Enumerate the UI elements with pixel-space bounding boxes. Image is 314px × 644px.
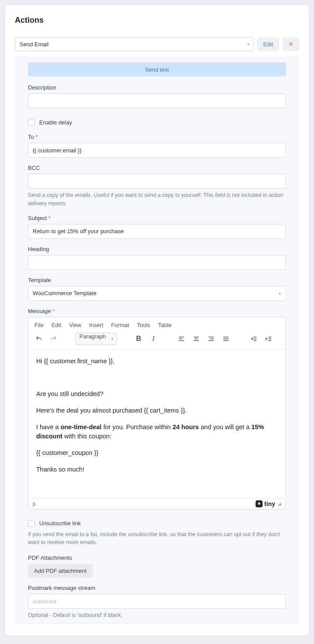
msg-line: I have a one-time-deal for you. Purchase… xyxy=(36,423,278,442)
action-type-select[interactable]: ▾ xyxy=(15,37,254,51)
menu-tools[interactable]: Tools xyxy=(137,322,150,328)
action-type-value[interactable] xyxy=(15,37,254,51)
msg-line: Thanks so much! xyxy=(36,465,278,475)
action-form: Send test Description Enable delay To * … xyxy=(15,56,299,625)
menu-format[interactable]: Format xyxy=(111,322,129,328)
msg-line: Here's the deal you almost purchased {{ … xyxy=(36,406,278,416)
field-pdf: PDF Attachments Add PDF attachment xyxy=(28,554,286,578)
align-left-button[interactable] xyxy=(175,333,188,345)
editor-content[interactable]: Hi {{ customer.first_name }}, Are you st… xyxy=(28,350,286,498)
unsubscribe-help: If you send the email to a list, include… xyxy=(28,530,286,547)
align-left-icon xyxy=(178,335,185,342)
bcc-help: Send a copy of the emails. Useful if you… xyxy=(28,191,286,208)
heading-input[interactable] xyxy=(28,255,286,270)
italic-icon: I xyxy=(152,335,154,343)
menu-table[interactable]: Table xyxy=(158,322,171,328)
redo-button[interactable] xyxy=(48,333,60,345)
unsubscribe-checkbox[interactable] xyxy=(28,520,35,527)
field-postmark: Postmark message stream Optional - Defau… xyxy=(28,585,286,620)
menu-file[interactable]: File xyxy=(34,322,44,328)
to-label: To * xyxy=(28,134,286,140)
msg-line: Are you still undecided? xyxy=(36,389,278,399)
postmark-label: Postmark message stream xyxy=(28,585,286,591)
editor-path: p xyxy=(33,501,36,507)
indent-icon xyxy=(265,335,272,342)
postmark-input[interactable] xyxy=(28,594,286,609)
enable-delay-row[interactable]: Enable delay xyxy=(28,119,286,126)
close-icon: ✕ xyxy=(288,41,294,48)
description-label: Description xyxy=(28,84,286,91)
to-input[interactable] xyxy=(28,143,286,158)
subject-label: Subject * xyxy=(28,215,286,221)
outdent-button[interactable] xyxy=(248,333,260,345)
editor-statusbar: p ✴ tiny ◢ xyxy=(28,498,286,509)
align-justify-icon xyxy=(222,335,229,342)
indent-button[interactable] xyxy=(263,333,275,345)
message-label: Message * xyxy=(28,308,286,314)
add-pdf-button[interactable]: Add PDF attachment xyxy=(28,564,93,578)
align-justify-button[interactable] xyxy=(220,333,232,345)
bcc-input[interactable] xyxy=(28,174,286,189)
editor-toolbar: Paragraph ▾ B I xyxy=(28,331,286,350)
field-to: To * xyxy=(28,134,286,158)
edit-button[interactable]: Edit xyxy=(257,37,279,51)
pdf-label: PDF Attachments xyxy=(28,554,286,561)
outdent-icon xyxy=(250,335,257,342)
heading-label: Heading xyxy=(28,246,286,252)
editor-menubar: File Edit View Insert Format Tools Table xyxy=(28,317,286,331)
italic-button[interactable]: I xyxy=(147,333,160,345)
rich-editor: File Edit View Insert Format Tools Table xyxy=(28,317,286,510)
msg-line: {{ customer_coupon }} xyxy=(36,448,278,458)
align-right-button[interactable] xyxy=(205,333,217,345)
subject-input[interactable] xyxy=(28,224,286,239)
bold-icon: B xyxy=(136,335,141,343)
align-center-icon xyxy=(193,335,200,342)
undo-button[interactable] xyxy=(33,333,45,345)
delete-button[interactable]: ✕ xyxy=(283,37,299,51)
field-bcc: BCC Send a copy of the emails. Useful if… xyxy=(28,165,286,208)
card-title: Actions xyxy=(5,14,309,37)
field-message: Message * File Edit View Insert Format T… xyxy=(28,308,286,510)
field-template: Template ▾ xyxy=(28,277,286,301)
redo-icon xyxy=(50,335,57,342)
bold-button[interactable]: B xyxy=(133,333,145,345)
unsubscribe-label: Unsubscribe link xyxy=(39,520,81,527)
align-right-icon xyxy=(208,335,215,342)
action-top-row: ▾ Edit ✕ xyxy=(5,37,309,56)
template-select[interactable] xyxy=(28,286,286,301)
description-input[interactable] xyxy=(28,93,286,108)
field-description: Description xyxy=(28,84,286,108)
align-center-button[interactable] xyxy=(190,333,202,345)
resize-handle-icon[interactable]: ◢ xyxy=(278,501,281,506)
format-select[interactable]: Paragraph ▾ xyxy=(75,333,117,345)
field-heading: Heading xyxy=(28,246,286,270)
send-test-button[interactable]: Send test xyxy=(28,62,286,76)
tiny-badge-icon: ✴ xyxy=(256,500,263,507)
menu-view[interactable]: View xyxy=(69,322,81,328)
menu-edit[interactable]: Edit xyxy=(51,322,61,328)
bcc-label: BCC xyxy=(28,165,286,171)
enable-delay-checkbox[interactable] xyxy=(28,119,35,126)
postmark-help: Optional - Default is 'outbound' if blan… xyxy=(28,611,286,620)
menu-insert[interactable]: Insert xyxy=(89,322,103,328)
actions-card: Actions ▾ Edit ✕ Send test Description E… xyxy=(5,5,309,635)
enable-delay-label: Enable delay xyxy=(39,119,72,126)
unsubscribe-row[interactable]: Unsubscribe link xyxy=(28,520,286,527)
template-label: Template xyxy=(28,277,286,283)
msg-line: Hi {{ customer.first_name }}, xyxy=(36,357,278,366)
undo-icon xyxy=(35,335,42,342)
tiny-logo: ✴ tiny xyxy=(256,500,275,507)
field-subject: Subject * xyxy=(28,215,286,239)
